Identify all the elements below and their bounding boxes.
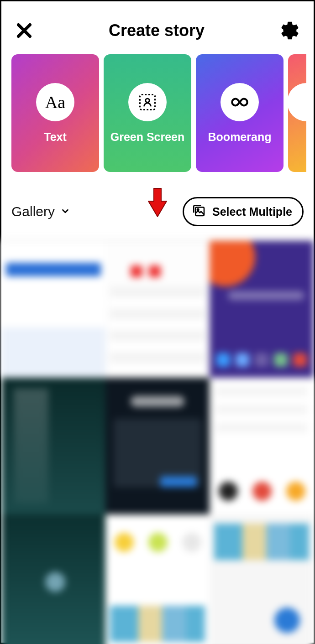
gallery-source-dropdown[interactable]: Gallery [11,204,70,219]
gear-icon [279,20,300,41]
mode-boomerang[interactable]: Boomerang [196,54,284,172]
annotation-arrow-icon [147,187,168,221]
select-multiple-label: Select Multiple [212,205,292,218]
more-icon [287,83,314,121]
gallery-thumb[interactable] [1,378,105,514]
image-stack-icon [191,203,206,220]
gallery-thumb[interactable] [105,378,210,514]
mode-label: Green Screen [110,130,185,144]
mode-next-peek[interactable] [288,54,306,172]
gallery-thumb[interactable] [105,514,210,644]
close-icon [16,22,33,39]
text-icon: Aa [36,83,74,121]
gallery-thumb[interactable] [105,241,210,378]
story-mode-row[interactable]: Aa Text Green Screen Boomerang [1,54,314,172]
mode-green-screen[interactable]: Green Screen [104,54,191,172]
page-title: Create story [109,21,205,40]
create-story-screen: Create story Aa Text Green Screen Boomer… [0,0,315,644]
gallery-thumb[interactable] [210,378,314,514]
boomerang-icon [220,83,259,121]
header: Create story [1,1,314,54]
gallery-thumb[interactable] [1,514,105,644]
mode-label: Boomerang [208,130,272,144]
gallery-bar: Gallery Select Multiple [1,172,314,240]
close-button[interactable] [14,21,34,41]
gallery-source-label: Gallery [11,204,55,219]
green-screen-icon [128,83,167,121]
gallery-grid[interactable] [1,240,314,644]
gallery-thumb[interactable] [1,241,105,378]
gallery-thumb[interactable] [210,514,314,644]
gallery-thumb[interactable] [210,241,314,378]
mode-label: Text [44,130,67,144]
chevron-down-icon [60,204,70,219]
svg-point-3 [197,209,199,210]
settings-button[interactable] [279,20,301,42]
select-multiple-button[interactable]: Select Multiple [183,197,304,226]
mode-text[interactable]: Aa Text [11,54,99,172]
svg-point-1 [146,99,149,102]
